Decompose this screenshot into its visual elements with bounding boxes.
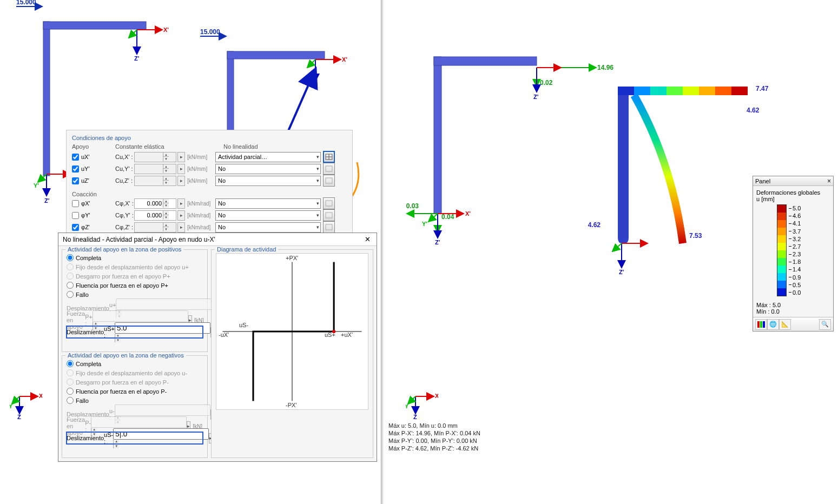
support-conditions-panel: Condiciones de apoyo Apoyo Constante elá…: [66, 130, 353, 238]
check-phiy[interactable]: φY': [72, 212, 115, 219]
svg-text:Z': Z': [619, 269, 624, 275]
spin-cuy[interactable]: ▲▼: [134, 164, 176, 174]
panel-unit: u [mm]: [756, 196, 830, 202]
svg-text:X': X': [163, 26, 169, 33]
check-uz[interactable]: uZ': [72, 177, 115, 184]
axis-triad-left: X Z Y: [10, 387, 42, 419]
globe-icon[interactable]: 🌐: [767, 319, 779, 330]
zoom-icon[interactable]: 🔍: [819, 319, 831, 330]
combo-nl-phiy[interactable]: No▾: [215, 210, 321, 221]
radio-flu-neg[interactable]: Fluencia por fuerza en el apoyo P-: [67, 387, 203, 396]
combo-nl-uz[interactable]: No▾: [215, 176, 321, 186]
result-frame-2: 7.47 4.62 4.62 7.53 Z': [588, 85, 769, 275]
svg-text:Z': Z': [313, 82, 318, 89]
svg-text:Y': Y': [422, 221, 427, 227]
radio-completa-pos[interactable]: Completa: [67, 253, 203, 262]
radio-fallo-pos[interactable]: Fallo: [67, 290, 203, 299]
svg-rect-29: [326, 178, 332, 183]
check-phiz[interactable]: φZ': [72, 224, 115, 231]
svg-rect-32: [326, 224, 332, 230]
edit-nl-uz[interactable]: [323, 175, 335, 187]
svg-rect-59: [683, 87, 699, 95]
radio-desg-neg[interactable]: Desgarro por fuerza en el apoyo P-: [67, 377, 203, 387]
radio-fallo-neg[interactable]: Fallo: [67, 396, 203, 405]
radio-fijo-neg[interactable]: Fijo desde el desplazamiento del apoyo u…: [67, 368, 203, 377]
svg-rect-37: [434, 57, 537, 65]
svg-rect-61: [715, 87, 731, 95]
svg-rect-62: [731, 87, 748, 95]
radio-fijo-pos[interactable]: Fijo desde el desplazamiento del apoyo u…: [67, 262, 203, 271]
svg-text:Z: Z: [413, 414, 417, 419]
svg-rect-55: [618, 87, 634, 95]
activity-diagram: +PX' -PX' uS- -uX' uS+ +uX': [216, 253, 368, 410]
svg-rect-31: [326, 213, 332, 218]
svg-text:7.47: 7.47: [756, 85, 769, 92]
svg-text:14.96: 14.96: [597, 64, 613, 71]
svg-text:0.04: 0.04: [441, 213, 454, 221]
svg-text:7.53: 7.53: [689, 232, 702, 240]
radio-completa-neg[interactable]: Completa: [67, 359, 203, 368]
svg-text:4.62: 4.62: [588, 221, 601, 229]
svg-rect-79: [763, 321, 765, 328]
spin-cuz[interactable]: ▲▼: [134, 176, 176, 186]
edit-nl-uy[interactable]: [323, 163, 335, 175]
svg-rect-77: [757, 321, 760, 328]
spin-cux[interactable]: ▲▼: [134, 152, 176, 162]
spin-cphiz[interactable]: ▲▼: [134, 222, 176, 233]
close-icon[interactable]: ×: [827, 177, 831, 185]
pick-btn[interactable]: ▸: [177, 198, 185, 209]
pick-btn[interactable]: ▸: [177, 164, 185, 174]
combo-nl-phiz[interactable]: No▾: [215, 222, 321, 233]
load-value-1: 15.000: [16, 0, 36, 6]
check-phix[interactable]: φX': [72, 200, 115, 207]
svg-text:Z': Z': [44, 197, 50, 204]
svg-rect-78: [760, 321, 762, 328]
spin-usplus[interactable]: ▲▼: [115, 322, 210, 342]
radio-flu-pos[interactable]: Fluencia por fuerza en el apoyo P+: [67, 281, 203, 290]
svg-text:Y: Y: [10, 403, 13, 409]
edit-nl-ux[interactable]: [323, 151, 335, 163]
panel-min: Mín : 0.0: [756, 308, 830, 315]
edit-nl-phiy[interactable]: [323, 209, 335, 221]
result-stats: Máx u: 5.0, Mín u: 0.0 mm Máx P-X': 14.9…: [388, 422, 480, 452]
svg-line-7: [129, 30, 137, 38]
check-ux[interactable]: uX': [72, 154, 115, 161]
svg-rect-30: [326, 201, 332, 206]
palette-icon[interactable]: [755, 319, 767, 330]
dialog-title: No linealidad - Actividad parcial - Apoy…: [63, 236, 215, 243]
svg-line-70: [612, 243, 622, 251]
ruler-icon[interactable]: 📐: [779, 319, 791, 330]
radio-desg-pos[interactable]: Desgarro por fuerza en el apoyo P+: [67, 271, 203, 281]
svg-rect-0: [43, 22, 50, 176]
edit-nl-phiz[interactable]: [323, 221, 335, 233]
svg-line-53: [428, 214, 438, 222]
svg-line-75: [408, 396, 415, 404]
check-uy[interactable]: uY': [72, 165, 115, 173]
svg-line-25: [12, 396, 19, 404]
svg-rect-14: [227, 51, 325, 59]
pick-btn[interactable]: ▸: [177, 210, 185, 221]
spin-cphiy[interactable]: ▲▼: [134, 210, 176, 221]
pick-btn[interactable]: ▸: [177, 176, 185, 186]
svg-text:X: X: [39, 393, 42, 399]
svg-rect-36: [434, 57, 441, 214]
svg-text:Z': Z': [533, 94, 539, 100]
spin-cphix[interactable]: ▲▼: [134, 198, 176, 209]
load-value-2: 15.000: [200, 28, 220, 36]
edit-nl-phix[interactable]: [323, 197, 335, 209]
svg-rect-28: [326, 166, 332, 171]
svg-text:Y: Y: [406, 403, 409, 409]
close-icon[interactable]: ✕: [362, 235, 372, 243]
svg-text:0.02: 0.02: [540, 79, 553, 87]
group-title: Condiciones de apoyo: [72, 135, 347, 141]
svg-text:X': X': [342, 56, 347, 63]
combo-nl-uy[interactable]: No▾: [215, 164, 321, 174]
svg-rect-57: [650, 87, 667, 95]
pick-btn[interactable]: ▸: [177, 152, 185, 162]
svg-text:4.62: 4.62: [747, 107, 760, 114]
nonlinearity-dialog: No linealidad - Actividad parcial - Apoy…: [58, 233, 377, 462]
spin-usminus[interactable]: ▲▼: [113, 428, 209, 448]
combo-nl-phix[interactable]: No▾: [215, 198, 321, 209]
pick-btn[interactable]: ▸: [177, 222, 185, 233]
combo-nl-ux[interactable]: Actividad parcial…▾: [215, 152, 321, 162]
